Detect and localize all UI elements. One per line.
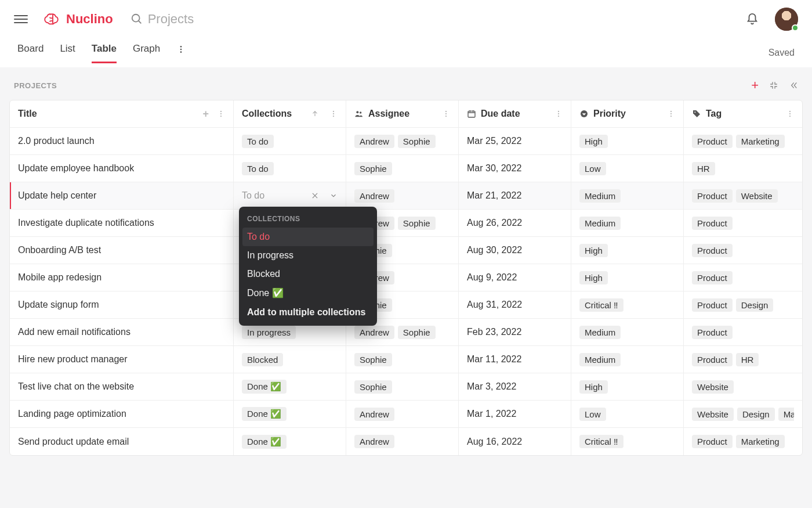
- cell-assignee[interactable]: Andrew: [346, 428, 459, 455]
- cell-title[interactable]: Investigate duplicate notifications: [10, 210, 234, 236]
- cell-due-date[interactable]: Mar 11, 2022: [459, 346, 571, 373]
- table-row[interactable]: Send product update emailDone ✅AndrewAug…: [10, 428, 802, 455]
- table-row[interactable]: 2.0 product launchTo doAndrewSophieMar 2…: [10, 128, 802, 155]
- sort-asc-icon[interactable]: [311, 110, 319, 118]
- cell-title[interactable]: Hire new product manager: [10, 346, 234, 373]
- cell-assignee[interactable]: Sophie: [346, 346, 459, 373]
- column-header-due-date[interactable]: Due date: [459, 100, 571, 127]
- cell-priority[interactable]: Critical ‼: [571, 428, 684, 455]
- cell-collections[interactable]: Blocked: [234, 346, 346, 373]
- column-header-tag[interactable]: Tag: [684, 100, 802, 127]
- column-header-priority[interactable]: Priority: [571, 100, 684, 127]
- cell-due-date[interactable]: Aug 26, 2022: [459, 210, 571, 236]
- column-menu-icon[interactable]: [329, 110, 338, 118]
- cell-title[interactable]: Send product update email: [10, 428, 234, 455]
- table-row[interactable]: Investigate duplicate notificationsTo do…: [10, 210, 802, 237]
- cell-tag[interactable]: ProductHR: [684, 346, 802, 373]
- add-column-button[interactable]: +: [202, 108, 209, 120]
- cell-priority[interactable]: High: [571, 373, 684, 400]
- column-menu-icon[interactable]: [217, 110, 225, 118]
- table-row[interactable]: Update signup formTo doSophieAug 31, 202…: [10, 291, 802, 319]
- cell-due-date[interactable]: Aug 16, 2022: [459, 428, 571, 455]
- add-item-button[interactable]: +: [751, 78, 759, 93]
- cell-tag[interactable]: Product: [684, 237, 802, 264]
- dropdown-option[interactable]: To do: [242, 228, 374, 246]
- view-tab-list[interactable]: List: [60, 43, 75, 63]
- column-menu-icon[interactable]: [554, 110, 563, 118]
- view-tab-board[interactable]: Board: [17, 43, 44, 63]
- cell-tag[interactable]: HR: [684, 155, 802, 182]
- cell-due-date[interactable]: Aug 9, 2022: [459, 264, 571, 291]
- cell-assignee[interactable]: Sophie: [346, 155, 459, 182]
- cell-priority[interactable]: Medium: [571, 346, 684, 373]
- cell-title[interactable]: Test live chat on the website: [10, 373, 234, 400]
- cell-due-date[interactable]: Mar 30, 2022: [459, 155, 571, 182]
- dropdown-option[interactable]: Blocked: [239, 265, 377, 283]
- cell-due-date[interactable]: Aug 30, 2022: [459, 237, 571, 264]
- cell-tag[interactable]: WebsiteDesignMarketing: [684, 401, 802, 427]
- cell-priority[interactable]: High: [571, 128, 684, 154]
- collapse-button[interactable]: [769, 81, 778, 90]
- dropdown-add-multiple[interactable]: Add to multiple collections: [239, 302, 377, 319]
- cell-priority[interactable]: Critical ‼: [571, 291, 684, 318]
- cell-priority[interactable]: Medium: [571, 182, 684, 209]
- cell-priority[interactable]: Low: [571, 155, 684, 182]
- table-row[interactable]: Update help centerTo doAndrewMar 21, 202…: [10, 182, 802, 210]
- view-tab-graph[interactable]: Graph: [133, 43, 160, 63]
- cell-title[interactable]: 2.0 product launch: [10, 128, 234, 154]
- collapse-sidebar-button[interactable]: [789, 81, 798, 90]
- table-row[interactable]: Test live chat on the websiteDone ✅Sophi…: [10, 373, 802, 401]
- column-header-assignee[interactable]: Assignee: [346, 100, 459, 127]
- cell-due-date[interactable]: Aug 31, 2022: [459, 291, 571, 318]
- table-row[interactable]: Onboarding A/B testTo doSophieAug 30, 20…: [10, 237, 802, 264]
- cell-tag[interactable]: Website: [684, 373, 802, 400]
- notifications-button[interactable]: [746, 13, 759, 26]
- cell-tag[interactable]: ProductDesign: [684, 291, 802, 318]
- global-search[interactable]: Projects: [130, 12, 194, 27]
- cell-priority[interactable]: Medium: [571, 319, 684, 345]
- cell-due-date[interactable]: Mar 25, 2022: [459, 128, 571, 154]
- cell-title[interactable]: Update signup form: [10, 291, 234, 318]
- column-header-collections[interactable]: Collections: [234, 100, 346, 127]
- cell-collections[interactable]: Done ✅: [234, 373, 346, 400]
- cell-title[interactable]: Onboarding A/B test: [10, 237, 234, 264]
- cell-tag[interactable]: ProductMarketing: [684, 428, 802, 455]
- table-row[interactable]: Hire new product managerBlockedSophieMar…: [10, 346, 802, 373]
- cell-priority[interactable]: High: [571, 264, 684, 291]
- cell-due-date[interactable]: Mar 21, 2022: [459, 182, 571, 209]
- cell-tag[interactable]: Product: [684, 210, 802, 236]
- cell-due-date[interactable]: Feb 23, 2022: [459, 319, 571, 345]
- more-views-button[interactable]: [176, 45, 186, 61]
- cell-due-date[interactable]: Mar 1, 2022: [459, 401, 571, 427]
- cell-collections[interactable]: To do: [234, 182, 346, 209]
- cell-collections[interactable]: To do: [234, 128, 346, 154]
- chevron-down-icon[interactable]: [329, 192, 338, 200]
- cell-priority[interactable]: Medium: [571, 210, 684, 236]
- cell-due-date[interactable]: Mar 3, 2022: [459, 373, 571, 400]
- cell-title[interactable]: Add new email notifications: [10, 319, 234, 345]
- cell-collections[interactable]: Done ✅: [234, 401, 346, 427]
- column-menu-icon[interactable]: [786, 110, 794, 118]
- menu-button[interactable]: [14, 12, 28, 26]
- cell-tag[interactable]: Product: [684, 264, 802, 291]
- collections-dropdown[interactable]: COLLECTIONS To doIn progressBlockedDone …: [239, 207, 377, 326]
- column-menu-icon[interactable]: [442, 110, 450, 118]
- dropdown-option[interactable]: In progress: [239, 246, 377, 265]
- cell-tag[interactable]: ProductMarketing: [684, 128, 802, 154]
- user-avatar[interactable]: [775, 8, 798, 31]
- cell-collections[interactable]: Done ✅: [234, 428, 346, 455]
- clear-icon[interactable]: [311, 192, 319, 200]
- cell-title[interactable]: Update employee handbook: [10, 155, 234, 182]
- cell-assignee[interactable]: Andrew: [346, 401, 459, 427]
- dropdown-option[interactable]: Done ✅: [239, 283, 377, 302]
- cell-title[interactable]: Update help center: [10, 182, 234, 209]
- table-row[interactable]: Update employee handbookTo doSophieMar 3…: [10, 155, 802, 182]
- column-menu-icon[interactable]: [667, 110, 675, 118]
- table-row[interactable]: Add new email notificationsIn progressAn…: [10, 319, 802, 346]
- table-row[interactable]: Mobile app redesignTo doAndrewAug 9, 202…: [10, 264, 802, 291]
- column-header-title[interactable]: Title +: [10, 100, 234, 127]
- cell-assignee[interactable]: AndrewSophie: [346, 128, 459, 154]
- view-tab-table[interactable]: Table: [92, 43, 117, 63]
- cell-assignee[interactable]: Sophie: [346, 373, 459, 400]
- cell-assignee[interactable]: Andrew: [346, 182, 459, 209]
